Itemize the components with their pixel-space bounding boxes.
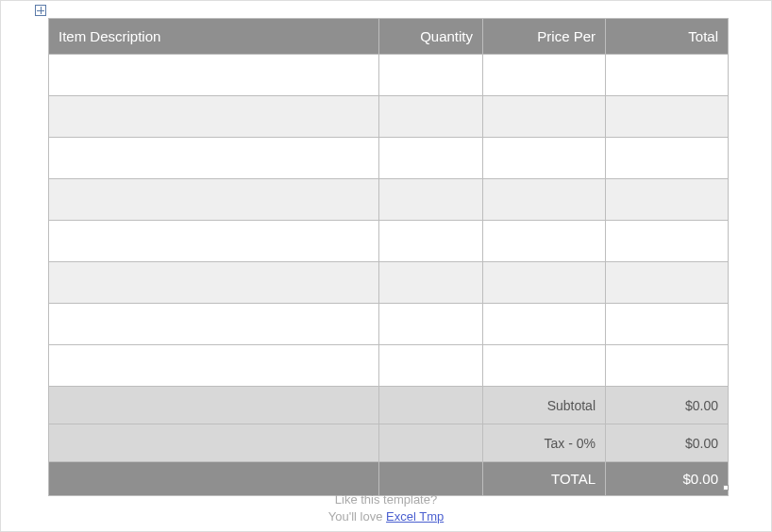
header-quantity: Quantity [379,19,483,55]
cell-total[interactable] [606,55,729,96]
table-resize-handle-icon[interactable] [723,485,729,490]
cell-qty[interactable] [379,96,483,138]
subtotal-value: $0.00 [606,387,729,424]
table-row[interactable] [49,262,729,304]
footer-line2: You'll love Excel Tmp [1,508,771,525]
cell-qty[interactable] [379,179,483,221]
cell-price[interactable] [483,179,606,221]
cell-price[interactable] [483,55,606,96]
cell-total[interactable] [606,96,729,138]
cell-total[interactable] [606,179,729,221]
tax-spacer [49,424,379,462]
tax-spacer [379,424,483,462]
footer-line1: Like this template? [1,491,771,508]
excel-tmp-link[interactable]: Excel Tmp [386,509,444,524]
invoice-table: Item Description Quantity Price Per Tota… [48,18,729,496]
subtotal-row: Subtotal $0.00 [49,387,729,424]
table-row[interactable] [49,179,729,221]
cell-desc[interactable] [49,345,379,387]
cell-desc[interactable] [49,55,379,96]
tax-value: $0.00 [606,424,729,462]
header-item-description: Item Description [49,19,379,55]
cell-desc[interactable] [49,179,379,221]
subtotal-spacer [49,387,379,424]
cell-desc[interactable] [49,221,379,262]
header-price-per: Price Per [483,19,606,55]
cell-desc[interactable] [49,96,379,138]
cell-price[interactable] [483,138,606,179]
cell-total[interactable] [606,345,729,387]
cell-qty[interactable] [379,55,483,96]
table-row[interactable] [49,55,729,96]
table-row[interactable] [49,221,729,262]
table-row[interactable] [49,138,729,179]
tax-row: Tax - 0% $0.00 [49,424,729,462]
cell-qty[interactable] [379,221,483,262]
table-anchor-icon[interactable] [35,5,46,16]
subtotal-spacer [379,387,483,424]
cell-total[interactable] [606,262,729,304]
cell-price[interactable] [483,221,606,262]
table-row[interactable] [49,96,729,138]
footer-prefix: You'll love [328,509,386,524]
cell-total[interactable] [606,304,729,345]
header-total: Total [606,19,729,55]
invoice-table-container: Item Description Quantity Price Per Tota… [48,18,728,496]
tax-label: Tax - 0% [483,424,606,462]
cell-desc[interactable] [49,262,379,304]
cell-price[interactable] [483,345,606,387]
cell-qty[interactable] [379,262,483,304]
footer: Like this template? You'll love Excel Tm… [1,491,771,525]
cell-desc[interactable] [49,138,379,179]
cell-qty[interactable] [379,345,483,387]
table-row[interactable] [49,304,729,345]
cell-price[interactable] [483,304,606,345]
cell-qty[interactable] [379,138,483,179]
table-header-row: Item Description Quantity Price Per Tota… [49,19,729,55]
cell-desc[interactable] [49,304,379,345]
cell-qty[interactable] [379,304,483,345]
cell-price[interactable] [483,96,606,138]
cell-price[interactable] [483,262,606,304]
cell-total[interactable] [606,138,729,179]
table-row[interactable] [49,345,729,387]
subtotal-label: Subtotal [483,387,606,424]
cell-total[interactable] [606,221,729,262]
